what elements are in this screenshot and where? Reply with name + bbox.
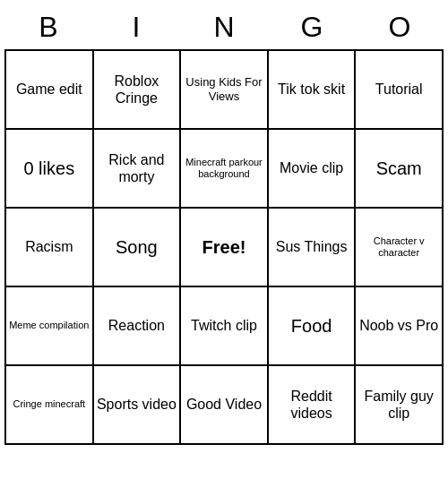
header-letter-b: B bbox=[4, 7, 92, 47]
bingo-cell-2-4[interactable]: Character v character bbox=[356, 209, 444, 287]
bingo-cell-2-0[interactable]: Racism bbox=[6, 209, 94, 287]
bingo-cell-0-0[interactable]: Game edit bbox=[6, 51, 94, 130]
bingo-grid: Game editRoblox CringeUsing Kids For Vie… bbox=[4, 49, 444, 445]
bingo-cell-3-1[interactable]: Reaction bbox=[94, 287, 182, 366]
bingo-cell-1-3[interactable]: Movie clip bbox=[269, 130, 357, 209]
bingo-cell-3-0[interactable]: Meme compilation bbox=[6, 287, 94, 366]
bingo-cell-1-0[interactable]: 0 likes bbox=[6, 130, 94, 209]
bingo-cell-3-3[interactable]: Food bbox=[269, 287, 357, 366]
bingo-cell-3-4[interactable]: Noob vs Pro bbox=[356, 287, 444, 366]
bingo-cell-0-1[interactable]: Roblox Cringe bbox=[94, 51, 182, 130]
bingo-cell-1-1[interactable]: Rick and morty bbox=[94, 130, 182, 209]
bingo-cell-4-1[interactable]: Sports video bbox=[94, 366, 182, 445]
bingo-cell-4-3[interactable]: Reddit videos bbox=[269, 366, 357, 445]
bingo-cell-4-4[interactable]: Family guy clip bbox=[356, 366, 444, 445]
bingo-cell-4-2[interactable]: Good Video bbox=[181, 366, 269, 445]
bingo-header: BINGO bbox=[4, 7, 444, 47]
header-letter-i: I bbox=[92, 7, 180, 47]
bingo-cell-2-2[interactable]: Free! bbox=[181, 209, 269, 287]
bingo-cell-3-2[interactable]: Twitch clip bbox=[181, 287, 269, 366]
bingo-cell-0-4[interactable]: Tutorial bbox=[356, 51, 444, 130]
bingo-cell-1-2[interactable]: Minecraft parkour background bbox=[181, 130, 269, 209]
header-letter-g: G bbox=[268, 7, 356, 47]
bingo-cell-0-2[interactable]: Using Kids For Views bbox=[181, 51, 269, 130]
bingo-cell-0-3[interactable]: Tik tok skit bbox=[269, 51, 357, 130]
bingo-cell-1-4[interactable]: Scam bbox=[356, 130, 444, 209]
bingo-cell-4-0[interactable]: Cringe minecraft bbox=[6, 366, 94, 445]
header-letter-n: N bbox=[180, 7, 268, 47]
header-letter-o: O bbox=[356, 7, 444, 47]
bingo-board: BINGO Game editRoblox CringeUsing Kids F… bbox=[4, 7, 444, 445]
bingo-cell-2-3[interactable]: Sus Things bbox=[269, 209, 357, 287]
bingo-cell-2-1[interactable]: Song bbox=[94, 209, 182, 287]
